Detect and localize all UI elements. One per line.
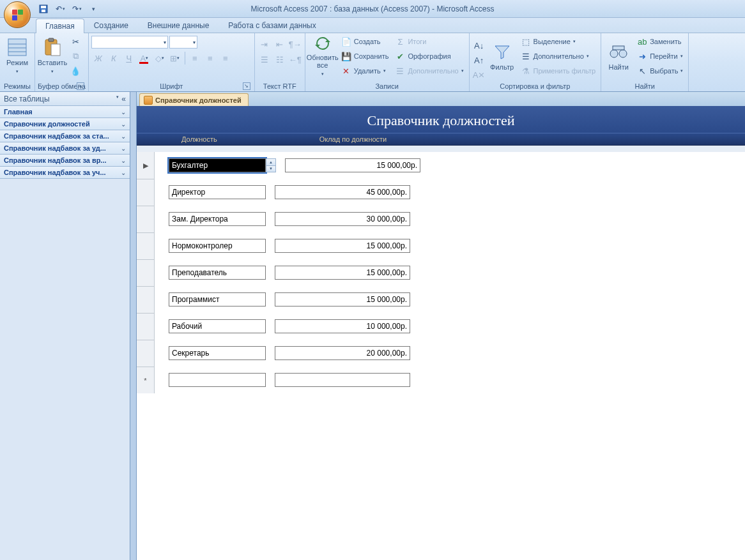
undo-icon[interactable]: ↶▾ <box>52 2 68 16</box>
salary-input[interactable] <box>275 185 410 199</box>
position-input[interactable] <box>169 185 266 199</box>
save-icon[interactable] <box>36 2 51 16</box>
record-row[interactable] <box>137 179 745 206</box>
italic-icon[interactable]: К <box>107 51 121 65</box>
totals-button[interactable]: ΣИтоги <box>392 34 466 49</box>
spinner[interactable]: ▲▼ <box>266 158 276 172</box>
select-button[interactable]: ↖Выбрать ▾ <box>634 64 686 78</box>
salary-input[interactable] <box>275 239 410 253</box>
cut-icon[interactable]: ✂ <box>68 34 82 49</box>
align-center-icon[interactable]: ≡ <box>203 51 217 65</box>
qat-customize-icon[interactable]: ▾ <box>86 2 101 16</box>
bold-icon[interactable]: Ж <box>91 51 105 65</box>
position-input[interactable] <box>169 319 266 333</box>
new-record-button[interactable]: 📄Создать <box>339 34 392 49</box>
record-row[interactable] <box>137 286 745 313</box>
salary-input-new[interactable] <box>275 373 410 387</box>
spinner-up-icon[interactable]: ▲ <box>266 159 275 165</box>
doc-tab[interactable]: Справочник должностей <box>139 93 249 106</box>
record-row[interactable] <box>137 206 745 232</box>
save-record-button[interactable]: 💾Сохранить <box>339 49 392 63</box>
ltr-icon[interactable]: ¶→ <box>288 37 302 51</box>
nav-item-sup1[interactable]: Справочник надбавок за ста...⌄ <box>0 130 130 142</box>
redo-icon[interactable]: ↷▾ <box>69 2 84 16</box>
record-row[interactable] <box>137 232 745 259</box>
salary-input[interactable] <box>275 212 410 226</box>
record-row[interactable] <box>137 313 745 340</box>
selection-filter-button[interactable]: ⬚Выделение ▾ <box>518 34 599 49</box>
office-button[interactable] <box>4 1 31 28</box>
bullet-list-icon[interactable]: ☰ <box>257 52 272 66</box>
clear-sort-icon[interactable]: A⨯ <box>472 68 486 82</box>
ribbon-tab-create[interactable]: Создание <box>84 18 138 33</box>
nav-collapse-icon[interactable]: « <box>121 95 126 103</box>
record-selector[interactable] <box>137 179 155 206</box>
find-button[interactable]: Найти <box>604 34 633 78</box>
nav-dropdown-icon[interactable]: ▾ <box>116 95 119 103</box>
gridlines-icon[interactable]: ⊞▾ <box>168 51 182 65</box>
position-input[interactable] <box>169 346 266 360</box>
position-input[interactable] <box>169 212 266 226</box>
replace-button[interactable]: abЗаменить <box>634 34 686 49</box>
clipboard-launcher[interactable]: ↘ <box>77 82 84 90</box>
underline-icon[interactable]: Ч <box>122 51 136 65</box>
record-row[interactable] <box>137 340 745 367</box>
position-input[interactable] <box>169 292 266 306</box>
records-more-button[interactable]: ☰Дополнительно ▾ <box>392 64 466 78</box>
salary-input[interactable] <box>275 346 410 360</box>
sort-asc-icon[interactable]: A↓ <box>472 38 486 52</box>
increase-indent-icon[interactable]: ⇥ <box>257 37 272 51</box>
sort-desc-icon[interactable]: A↑ <box>472 53 486 67</box>
position-input[interactable] <box>169 158 266 172</box>
font-color-icon[interactable]: A▾ <box>137 51 151 65</box>
record-selector[interactable] <box>137 259 155 286</box>
record-row[interactable] <box>137 259 745 286</box>
salary-input[interactable] <box>285 158 420 172</box>
advanced-filter-button[interactable]: ☰Дополнительно ▾ <box>518 49 599 63</box>
record-selector[interactable] <box>137 340 155 367</box>
number-list-icon[interactable]: ☷ <box>273 52 287 66</box>
format-painter-icon[interactable]: 💧 <box>68 64 82 78</box>
align-left-icon[interactable]: ≡ <box>188 51 202 65</box>
new-record-row[interactable]: * <box>137 367 745 393</box>
align-right-icon[interactable]: ≡ <box>219 51 233 65</box>
nav-item-sup4[interactable]: Справочник надбавок за уч...⌄ <box>0 166 130 179</box>
salary-input[interactable] <box>275 292 410 306</box>
position-input[interactable] <box>169 239 266 253</box>
position-input-new[interactable] <box>169 373 266 387</box>
record-selector[interactable] <box>137 313 155 340</box>
record-row[interactable]: ▶▲▼ <box>137 152 745 179</box>
font-size-select[interactable] <box>169 36 197 49</box>
spinner-down-icon[interactable]: ▼ <box>266 165 275 172</box>
fill-color-icon[interactable]: ◇▾ <box>153 51 167 65</box>
nav-item-positions[interactable]: Справочник должностей⌄ <box>0 117 130 130</box>
copy-icon[interactable]: ⧉ <box>68 49 82 63</box>
nav-item-sup2[interactable]: Справочник надбавок за уд...⌄ <box>0 142 130 155</box>
record-selector[interactable] <box>137 232 155 259</box>
refresh-all-button[interactable]: Обновить все▾ <box>308 34 337 78</box>
record-selector[interactable] <box>137 206 155 232</box>
salary-input[interactable] <box>275 319 410 333</box>
position-input[interactable] <box>169 266 266 280</box>
paste-button[interactable]: Вставить▾ <box>38 34 67 78</box>
font-name-select[interactable] <box>91 36 168 49</box>
goto-button[interactable]: ➜Перейти ▾ <box>634 49 686 63</box>
view-mode-button[interactable]: Режим▾ <box>3 34 32 78</box>
ribbon-tab-external[interactable]: Внешние данные <box>138 18 219 33</box>
ribbon-tab-home[interactable]: Главная <box>36 19 84 33</box>
nav-item-sup3[interactable]: Справочник надбавок за вр...⌄ <box>0 154 130 167</box>
nav-item-main[interactable]: Главная⌄ <box>0 105 130 118</box>
toggle-filter-button[interactable]: ⚗Применить фильтр <box>518 64 599 78</box>
filter-button[interactable]: Фильтр <box>488 34 517 78</box>
decrease-indent-icon[interactable]: ⇤ <box>273 37 287 51</box>
record-selector[interactable] <box>137 286 155 313</box>
ribbon-tab-dbtools[interactable]: Работа с базами данных <box>219 18 325 33</box>
delete-record-button[interactable]: ✕Удалить ▾ <box>339 64 392 78</box>
spelling-button[interactable]: ✔Орфография <box>392 49 466 63</box>
font-launcher[interactable]: ↘ <box>243 82 250 90</box>
form-canvas: ▶▲▼ * <box>137 152 745 560</box>
nav-header[interactable]: Все таблицы ▾« <box>0 92 130 106</box>
salary-input[interactable] <box>275 266 410 280</box>
rtl-icon[interactable]: ←¶ <box>288 52 302 66</box>
record-selector[interactable]: ▶ <box>137 152 155 179</box>
